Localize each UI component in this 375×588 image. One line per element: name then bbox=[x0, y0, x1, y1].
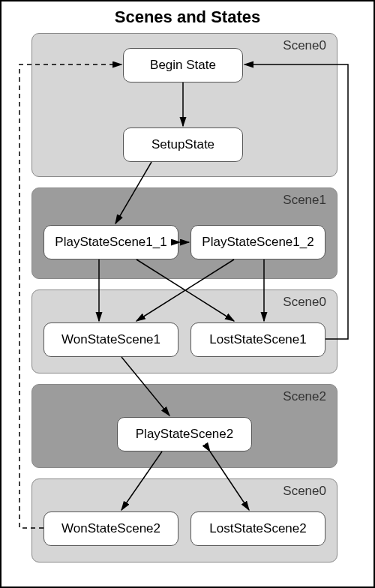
scene-label: Scene0 bbox=[283, 38, 326, 53]
state-ps1-1: PlayStateScene1_1 bbox=[44, 225, 178, 260]
state-won1: WonStateScene1 bbox=[44, 322, 178, 357]
scene-label: Scene1 bbox=[283, 193, 326, 208]
state-ps1-2: PlayStateScene1_2 bbox=[190, 225, 326, 260]
state-ps2: PlayStateScene2 bbox=[117, 417, 252, 452]
scene-label: Scene2 bbox=[283, 389, 326, 404]
state-lost2: LostStateScene2 bbox=[190, 512, 326, 546]
scene-label: Scene0 bbox=[283, 295, 326, 310]
state-begin: Begin State bbox=[123, 48, 243, 82]
diagram-frame: Scenes and States Scene0 Scene1 Scene0 S… bbox=[0, 0, 375, 588]
state-setup: SetupState bbox=[123, 128, 243, 162]
diagram-title: Scenes and States bbox=[2, 8, 374, 27]
state-won2: WonStateScene2 bbox=[44, 512, 178, 546]
scene-label: Scene0 bbox=[283, 484, 326, 499]
state-lost1: LostStateScene1 bbox=[190, 322, 326, 357]
